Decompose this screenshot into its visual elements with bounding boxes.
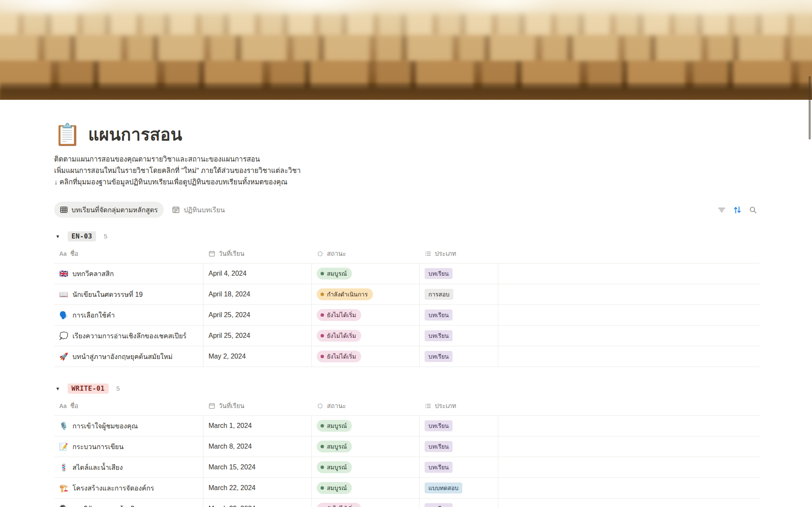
page-description: ติดตามแผนการสอนของคุณตามรายวิชาและสถานะข…	[54, 153, 760, 188]
view-toolbar: บทเรียนที่จัดกลุ่มตามหลักสูตร ปฏิทินบทเร…	[54, 202, 760, 218]
lesson-date: April 25, 2024	[208, 332, 250, 340]
date-cell[interactable]: March 8, 2024	[203, 436, 312, 457]
status-cell[interactable]: สมบูรณ์	[312, 436, 420, 457]
page-icon[interactable]: 📋	[54, 124, 80, 145]
date-cell[interactable]: April 4, 2024	[203, 263, 312, 284]
empty-cell[interactable]	[498, 263, 760, 284]
column-header-type[interactable]: ประเภท	[420, 397, 498, 415]
name-cell[interactable]: 🕵️ การวิจัยและการอ้างอิง	[54, 499, 203, 507]
empty-cell[interactable]	[498, 284, 760, 304]
tab-lessons-grouped-by-course[interactable]: บทเรียนที่จัดกลุ่มตามหลักสูตร	[54, 202, 164, 218]
status-label: ยังไม่ได้เริ่ม	[327, 504, 356, 507]
filter-icon[interactable]	[717, 205, 726, 214]
table-row[interactable]: 🚀 บทนำสู่ภาษาอังกฤษยุคต้นสมัยใหม่ May 2,…	[54, 346, 760, 367]
status-dot-icon	[321, 445, 324, 448]
status-cell[interactable]: ยังไม่ได้เริ่ม	[312, 346, 420, 367]
date-cell[interactable]: March 1, 2024	[203, 416, 312, 436]
lesson-date: April 4, 2024	[208, 270, 247, 277]
table-row[interactable]: 💈 สไตล์และน้ำเสียง March 15, 2024 สมบูรณ…	[54, 457, 760, 478]
name-cell[interactable]: 📖 นักเขียนในศตวรรษที่ 19	[54, 284, 203, 304]
column-header-status[interactable]: สถานะ	[312, 397, 420, 415]
tab-lesson-calendar[interactable]: ปฏิทินบทเรียน	[166, 202, 230, 218]
name-cell[interactable]: 🇬🇧 บทกวีคลาสสิก	[54, 263, 203, 284]
search-icon[interactable]	[748, 205, 757, 214]
status-dot-icon	[321, 293, 324, 296]
page-scrollbar[interactable]	[809, 76, 811, 140]
column-header-date[interactable]: วันที่เรียน	[203, 244, 312, 263]
type-cell[interactable]: แบบทดสอบ	[420, 478, 498, 498]
name-cell[interactable]: 💈 สไตล์และน้ำเสียง	[54, 457, 203, 477]
table-row[interactable]: 📖 นักเขียนในศตวรรษที่ 19 April 18, 2024 …	[54, 284, 760, 305]
empty-cell[interactable]	[498, 499, 760, 507]
type-cell[interactable]: บทเรียน	[420, 499, 498, 507]
table-row[interactable]: 🗣️ การเลือกใช้คำ April 25, 2024 ยังไม่ได…	[54, 305, 760, 326]
empty-cell[interactable]	[498, 305, 760, 325]
empty-cell[interactable]	[498, 478, 760, 498]
name-cell[interactable]: 🚀 บทนำสู่ภาษาอังกฤษยุคต้นสมัยใหม่	[54, 346, 203, 367]
status-cell[interactable]: สมบูรณ์	[312, 263, 420, 284]
page-title-row: 📋 แผนการสอน	[54, 100, 760, 148]
type-cell[interactable]: บทเรียน	[420, 305, 498, 325]
table-row[interactable]: 🇬🇧 บทกวีคลาสสิก April 4, 2024 สมบูรณ์ บท…	[54, 263, 760, 284]
status-badge: สมบูรณ์	[317, 482, 352, 494]
row-emoji-icon: 🇬🇧	[59, 270, 68, 277]
type-badge: บทเรียน	[425, 310, 453, 321]
column-header-name[interactable]: Aa ชื่อ	[54, 244, 203, 263]
status-cell[interactable]: สมบูรณ์	[312, 478, 420, 498]
table-row[interactable]: 🎙️ การเข้าใจผู้ชมของคุณ March 1, 2024 สม…	[54, 416, 760, 436]
status-label: กำลังดำเนินการ	[327, 290, 368, 299]
date-cell[interactable]: April 25, 2024	[203, 326, 312, 346]
lesson-name: บทกวีคลาสสิก	[72, 269, 114, 279]
status-cell[interactable]: ยังไม่ได้เริ่ม	[312, 499, 420, 507]
date-cell[interactable]: April 18, 2024	[203, 284, 312, 304]
type-cell[interactable]: บทเรียน	[420, 346, 498, 367]
table-row[interactable]: 📝 กระบวนการเขียน March 8, 2024 สมบูรณ์ บ…	[54, 436, 760, 457]
type-cell[interactable]: การสอบ	[420, 284, 498, 304]
status-cell[interactable]: ยังไม่ได้เริ่ม	[312, 305, 420, 325]
empty-cell[interactable]	[498, 346, 760, 367]
column-header-name[interactable]: Aa ชื่อ	[54, 397, 203, 415]
status-cell[interactable]: ยังไม่ได้เริ่ม	[312, 326, 420, 346]
empty-cell[interactable]	[498, 457, 760, 477]
table-row[interactable]: 🏗️ โครงสร้างและการจัดองค์กร March 22, 20…	[54, 478, 760, 499]
group-pill[interactable]: WRITE-01	[68, 384, 109, 394]
date-cell[interactable]: May 2, 2024	[203, 346, 312, 367]
status-dot-icon	[321, 424, 324, 428]
table-row[interactable]: 🕵️ การวิจัยและการอ้างอิง March 29, 2024 …	[54, 499, 760, 507]
name-cell[interactable]: 🎙️ การเข้าใจผู้ชมของคุณ	[54, 416, 203, 436]
type-cell[interactable]: บทเรียน	[420, 436, 498, 457]
name-cell[interactable]: 🗣️ การเลือกใช้คำ	[54, 305, 203, 325]
type-cell[interactable]: บทเรียน	[420, 326, 498, 346]
type-cell[interactable]: บทเรียน	[420, 263, 498, 284]
column-header-status[interactable]: สถานะ	[312, 244, 420, 263]
status-dot-icon	[321, 466, 324, 469]
status-label: ยังไม่ได้เริ่ม	[327, 310, 356, 320]
empty-cell[interactable]	[498, 416, 760, 436]
date-cell[interactable]: March 29, 2024	[203, 499, 312, 507]
column-header-type[interactable]: ประเภท	[420, 244, 498, 263]
status-cell[interactable]: กำลังดำเนินการ	[312, 284, 420, 304]
status-label: สมบูรณ์	[327, 442, 347, 451]
status-label: ยังไม่ได้เริ่ม	[327, 352, 356, 361]
status-cell[interactable]: สมบูรณ์	[312, 457, 420, 477]
group-header: ▼ WRITE-01 5	[54, 381, 760, 397]
collapse-triangle-icon[interactable]: ▼	[55, 234, 62, 239]
status-cell[interactable]: สมบูรณ์	[312, 416, 420, 436]
name-cell[interactable]: 📝 กระบวนการเขียน	[54, 436, 203, 457]
group-pill[interactable]: EN-03	[68, 231, 96, 241]
type-cell[interactable]: บทเรียน	[420, 416, 498, 436]
date-cell[interactable]: March 22, 2024	[203, 478, 312, 498]
page-body: 📋 แผนการสอน ติดตามแผนการสอนของคุณตามรายว…	[0, 100, 812, 507]
date-cell[interactable]: April 25, 2024	[203, 305, 312, 325]
empty-cell[interactable]	[498, 326, 760, 346]
sort-arrows-icon[interactable]	[732, 205, 742, 214]
empty-cell[interactable]	[498, 436, 760, 457]
collapse-triangle-icon[interactable]: ▼	[55, 386, 62, 391]
type-cell[interactable]: บทเรียน	[420, 457, 498, 477]
name-cell[interactable]: 🏗️ โครงสร้างและการจัดองค์กร	[54, 478, 203, 498]
column-header-date[interactable]: วันที่เรียน	[203, 397, 312, 415]
name-cell[interactable]: 💭 เรียงความการอ่านเชิงลึกของเชคสเปียร์	[54, 326, 203, 346]
description-line: ติดตามแผนการสอนของคุณตามรายวิชาและสถานะข…	[54, 153, 760, 165]
table-row[interactable]: 💭 เรียงความการอ่านเชิงลึกของเชคสเปียร์ A…	[54, 326, 760, 346]
date-cell[interactable]: March 15, 2024	[203, 457, 312, 477]
